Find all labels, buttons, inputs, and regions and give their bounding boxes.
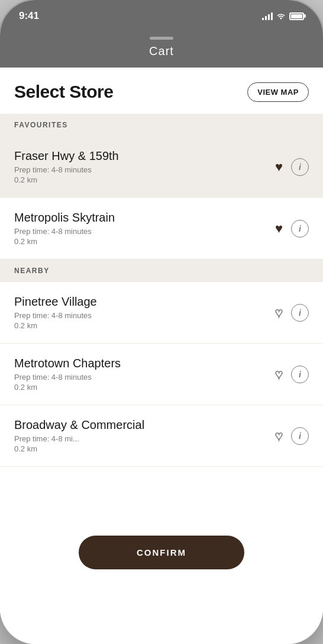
favourite-button[interactable]: ♥ <box>275 367 283 382</box>
store-name: Metropolis Skytrain <box>14 211 275 225</box>
info-icon: i <box>299 308 301 318</box>
favourites-section-label: FAVOURITES <box>0 114 323 136</box>
store-item-actions: ♥ i <box>275 366 309 383</box>
store-item-pinetree[interactable]: Pinetree Village Prep time: 4-8 minutes … <box>0 282 323 344</box>
store-item-info: Metrotown Chapters Prep time: 4-8 minute… <box>14 357 275 392</box>
info-button[interactable]: i <box>291 366 309 383</box>
info-icon: i <box>299 162 301 172</box>
store-distance: 0.2 km <box>14 237 275 246</box>
store-item-actions: ♥ i <box>275 304 309 322</box>
heart-outline-icon: ♥ <box>275 367 283 382</box>
header-bar: Cart <box>0 32 323 68</box>
store-distance: 0.2 km <box>14 321 275 330</box>
heart-outline-icon: ♥ <box>275 428 283 444</box>
info-button[interactable]: i <box>291 427 309 445</box>
store-item-info: Broadway & Commercial Prep time: 4-8 mi.… <box>14 418 275 453</box>
store-distance: 0.2 km <box>14 383 275 392</box>
store-distance: 0.2 km <box>14 444 275 453</box>
favourite-button[interactable]: ♥ <box>275 305 283 321</box>
heart-filled-icon: ♥ <box>275 159 283 175</box>
content-area: Select Store VIEW MAP FAVOURITES Fraser … <box>0 68 323 644</box>
wifi-icon <box>276 11 286 21</box>
status-icons <box>262 11 304 21</box>
store-item-info: Fraser Hwy & 159th Prep time: 4-8 minute… <box>14 149 275 184</box>
store-prep-time: Prep time: 4-8 minutes <box>14 165 275 174</box>
store-header: Select Store VIEW MAP <box>0 68 323 114</box>
store-name: Broadway & Commercial <box>14 418 275 432</box>
info-button[interactable]: i <box>291 220 309 238</box>
store-item-metrotown[interactable]: Metrotown Chapters Prep time: 4-8 minute… <box>0 344 323 405</box>
nearby-section-label: NEARBY <box>0 259 323 282</box>
store-item-metropolis[interactable]: Metropolis Skytrain Prep time: 4-8 minut… <box>0 198 323 259</box>
favourite-button[interactable]: ♥ <box>275 221 283 236</box>
heart-filled-icon: ♥ <box>275 221 283 236</box>
heart-outline-icon: ♥ <box>275 305 283 321</box>
page-title: Select Store <box>14 82 113 102</box>
status-bar: 9:41 <box>0 0 323 32</box>
phone-frame: 9:41 Cart <box>0 0 323 644</box>
favourite-button[interactable]: ♥ <box>275 428 283 444</box>
store-item-actions: ♥ i <box>275 220 309 238</box>
battery-icon <box>289 12 304 20</box>
store-item-info: Pinetree Village Prep time: 4-8 minutes … <box>14 295 275 330</box>
confirm-button[interactable]: CONFIRM <box>79 536 244 569</box>
store-prep-time: Prep time: 4-8 minutes <box>14 373 275 382</box>
drag-handle <box>150 37 173 40</box>
store-name: Pinetree Village <box>14 295 275 309</box>
store-prep-time: Prep time: 4-8 minutes <box>14 227 275 236</box>
store-item-actions: ♥ i <box>275 427 309 445</box>
store-name: Fraser Hwy & 159th <box>14 149 275 163</box>
info-icon: i <box>299 370 301 379</box>
store-prep-time: Prep time: 4-8 mi... <box>14 434 275 443</box>
confirm-btn-container: CONFIRM <box>0 526 323 593</box>
store-item-fraser-hwy[interactable]: Fraser Hwy & 159th Prep time: 4-8 minute… <box>0 136 323 198</box>
info-button[interactable]: i <box>291 304 309 322</box>
favourite-button[interactable]: ♥ <box>275 159 283 175</box>
store-prep-time: Prep time: 4-8 minutes <box>14 311 275 320</box>
info-icon: i <box>299 431 301 441</box>
store-name: Metrotown Chapters <box>14 357 275 370</box>
store-item-actions: ♥ i <box>275 158 309 176</box>
store-distance: 0.2 km <box>14 175 275 184</box>
view-map-button[interactable]: VIEW MAP <box>247 82 309 102</box>
signal-icon <box>262 12 273 20</box>
info-button[interactable]: i <box>291 158 309 176</box>
store-item-info: Metropolis Skytrain Prep time: 4-8 minut… <box>14 211 275 246</box>
info-icon: i <box>299 224 301 233</box>
store-item-broadway[interactable]: Broadway & Commercial Prep time: 4-8 mi.… <box>0 405 323 467</box>
status-time: 9:41 <box>19 10 39 22</box>
cart-label: Cart <box>149 44 174 58</box>
